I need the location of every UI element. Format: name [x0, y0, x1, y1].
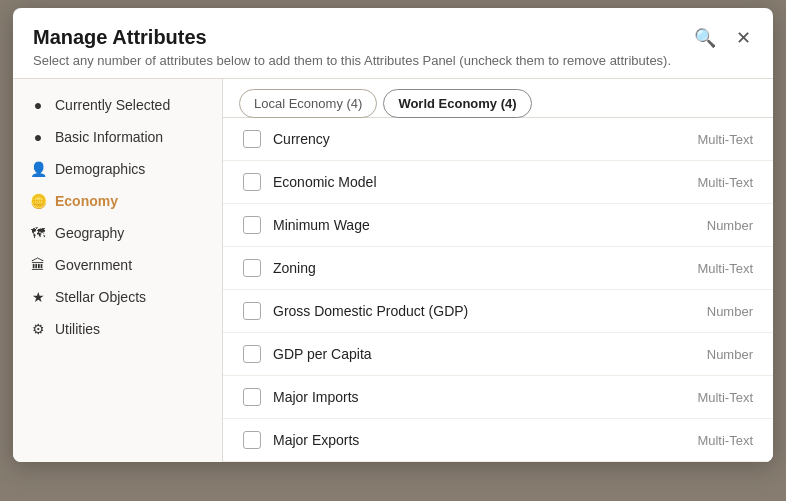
sidebar-item-geography[interactable]: 🗺 Geography [13, 217, 222, 249]
sidebar-item-government[interactable]: 🏛 Government [13, 249, 222, 281]
gdp-checkbox[interactable] [243, 302, 261, 320]
attribute-name: Zoning [273, 260, 685, 276]
main-content: Local Economy (4) World Economy (4) Curr… [223, 79, 773, 462]
attribute-type: Multi-Text [697, 261, 753, 276]
sidebar-item-label: Basic Information [55, 129, 163, 145]
major-exports-checkbox[interactable] [243, 431, 261, 449]
close-button[interactable]: ✕ [729, 24, 757, 52]
sidebar-item-label: Geography [55, 225, 124, 241]
sidebar-item-label: Utilities [55, 321, 100, 337]
attribute-type: Number [707, 218, 753, 233]
sidebar-item-stellar-objects[interactable]: ★ Stellar Objects [13, 281, 222, 313]
modal-header-icons: 🔍 ✕ [691, 24, 757, 52]
attribute-type: Multi-Text [697, 390, 753, 405]
table-row[interactable]: Gross Domestic Product (GDP) Number [223, 290, 773, 333]
economy-icon: 🪙 [29, 193, 47, 209]
attribute-name: Minimum Wage [273, 217, 695, 233]
attribute-name: GDP per Capita [273, 346, 695, 362]
modal-body: ● Currently Selected ● Basic Information… [13, 79, 773, 462]
attribute-type: Number [707, 304, 753, 319]
attribute-name: Major Imports [273, 389, 685, 405]
table-row[interactable]: Zoning Multi-Text [223, 247, 773, 290]
economic-model-checkbox[interactable] [243, 173, 261, 191]
attribute-type: Number [707, 347, 753, 362]
sidebar: ● Currently Selected ● Basic Information… [13, 79, 223, 462]
sidebar-item-label: Government [55, 257, 132, 273]
table-row[interactable]: Economic Model Multi-Text [223, 161, 773, 204]
attribute-name: Major Exports [273, 432, 685, 448]
table-row[interactable]: Major Imports Multi-Text [223, 376, 773, 419]
attribute-name: Economic Model [273, 174, 685, 190]
attribute-type: Multi-Text [697, 132, 753, 147]
geography-icon: 🗺 [29, 225, 47, 241]
sidebar-item-label: Economy [55, 193, 118, 209]
sidebar-item-economy[interactable]: 🪙 Economy [13, 185, 222, 217]
search-icon: 🔍 [694, 27, 716, 49]
utilities-icon: ⚙ [29, 321, 47, 337]
close-icon: ✕ [736, 27, 751, 49]
gdp-per-capita-checkbox[interactable] [243, 345, 261, 363]
manage-attributes-modal: Manage Attributes Select any number of a… [13, 8, 773, 462]
sidebar-item-basic-information[interactable]: ● Basic Information [13, 121, 222, 153]
attribute-name: Currency [273, 131, 685, 147]
modal-title: Manage Attributes [33, 26, 753, 49]
sidebar-item-label: Demographics [55, 161, 145, 177]
table-row[interactable]: Currency Multi-Text [223, 118, 773, 161]
major-imports-checkbox[interactable] [243, 388, 261, 406]
currency-checkbox[interactable] [243, 130, 261, 148]
table-row[interactable]: GDP per Capita Number [223, 333, 773, 376]
sidebar-item-label: Stellar Objects [55, 289, 146, 305]
tab-world-economy[interactable]: World Economy (4) [383, 89, 531, 118]
currently-selected-icon: ● [29, 97, 47, 113]
tab-local-economy[interactable]: Local Economy (4) [239, 89, 377, 118]
basic-information-icon: ● [29, 129, 47, 145]
sidebar-item-utilities[interactable]: ⚙ Utilities [13, 313, 222, 345]
table-row[interactable]: Major Exports Multi-Text [223, 419, 773, 462]
search-button[interactable]: 🔍 [691, 24, 719, 52]
attributes-list: Currency Multi-Text Economic Model Multi… [223, 118, 773, 462]
sidebar-item-currently-selected[interactable]: ● Currently Selected [13, 89, 222, 121]
attribute-name: Gross Domestic Product (GDP) [273, 303, 695, 319]
demographics-icon: 👤 [29, 161, 47, 177]
table-row[interactable]: Minimum Wage Number [223, 204, 773, 247]
modal-header: Manage Attributes Select any number of a… [13, 8, 773, 79]
minimum-wage-checkbox[interactable] [243, 216, 261, 234]
government-icon: 🏛 [29, 257, 47, 273]
sidebar-item-demographics[interactable]: 👤 Demographics [13, 153, 222, 185]
modal-overlay: Manage Attributes Select any number of a… [0, 0, 786, 501]
attribute-type: Multi-Text [697, 175, 753, 190]
zoning-checkbox[interactable] [243, 259, 261, 277]
modal-subtitle: Select any number of attributes below to… [33, 53, 753, 68]
stellar-objects-icon: ★ [29, 289, 47, 305]
attribute-type: Multi-Text [697, 433, 753, 448]
tab-bar: Local Economy (4) World Economy (4) [223, 79, 773, 118]
sidebar-item-label: Currently Selected [55, 97, 170, 113]
